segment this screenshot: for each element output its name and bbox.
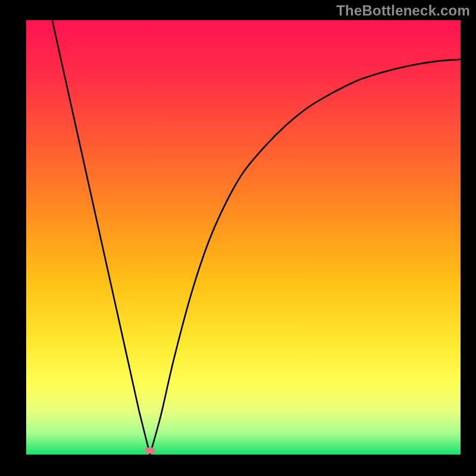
curve-line [26, 20, 461, 455]
minimum-marker [145, 447, 155, 453]
chart-frame: TheBottleneck.com [0, 0, 476, 476]
bottleneck-curve-path [52, 20, 461, 455]
watermark-text: TheBottleneck.com [336, 2, 470, 19]
plot-area [26, 20, 461, 455]
